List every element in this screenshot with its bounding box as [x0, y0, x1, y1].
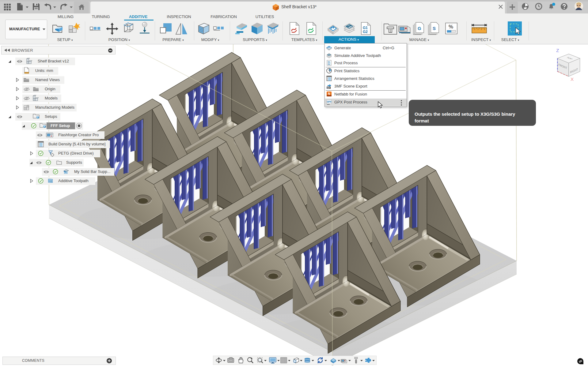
svg-text:G2: G2: [328, 63, 330, 65]
svg-text:G1: G1: [363, 26, 368, 30]
svg-text:Z: Z: [556, 48, 559, 53]
svg-text:X: X: [571, 77, 574, 81]
svg-text:G2: G2: [363, 30, 368, 34]
svg-text:3MF: 3MF: [327, 87, 331, 89]
svg-text:G: G: [418, 26, 421, 31]
svg-text:%: %: [449, 24, 453, 30]
svg-text:N: N: [328, 92, 330, 95]
svg-text:G1: G1: [328, 61, 330, 63]
svg-text:GPX: GPX: [327, 101, 332, 103]
svg-text:S: S: [433, 26, 436, 31]
